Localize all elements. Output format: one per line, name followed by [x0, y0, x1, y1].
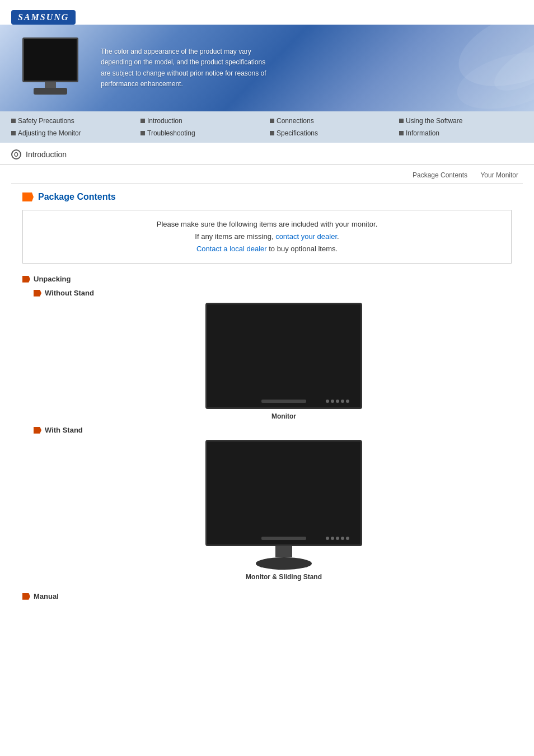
package-contents-icon [22, 192, 34, 201]
nav-bullet-info [399, 131, 404, 135]
nav-label-conn: Connections [277, 117, 314, 125]
nav-bullet-intro [140, 119, 145, 123]
info-line4: to buy optional items. [267, 245, 338, 253]
hero-banner: The color and appearance of the product … [0, 25, 534, 111]
nav-bullet-trouble [140, 131, 145, 135]
nav-item-adjusting[interactable]: Adjusting the Monitor [11, 128, 135, 138]
nav-item-info[interactable]: Information [399, 128, 523, 138]
without-stand-label: Without Stand [45, 289, 94, 297]
samsung-logo: SAMSUNG [11, 10, 76, 25]
monitor-stand-caption: Monitor & Sliding Stand [246, 573, 322, 581]
unpacking-label: Unpacking [34, 275, 71, 283]
info-line2: If any items are missing, [195, 232, 273, 241]
monitor-caption: Monitor [271, 412, 296, 420]
nav-bullet-soft [399, 119, 404, 123]
tab-navigation: Package Contents Your Monitor [0, 165, 534, 184]
hero-monitor-image [17, 37, 84, 99]
nav-item-specs[interactable]: Specifications [270, 128, 394, 138]
hero-monitor-base [34, 88, 67, 95]
nav-item-safety[interactable]: Safety Precautions [11, 116, 135, 126]
monitor-ws-btn-2 [331, 537, 334, 540]
monitor-btn-2 [331, 400, 334, 403]
nav-item-troubleshoot[interactable]: Troubleshooting [140, 128, 264, 138]
tab-divider [473, 170, 475, 181]
tab-your-monitor[interactable]: Your Monitor [476, 170, 523, 181]
monitor-ws-btn-5 [346, 537, 349, 540]
nav-bullet-specs [270, 131, 274, 135]
info-line1: Please make sure the following items are… [157, 220, 378, 228]
manual-label: Manual [34, 592, 59, 600]
section-divider [11, 184, 523, 184]
monitor-ws-btn-1 [326, 537, 329, 540]
monitor-btn-4 [341, 400, 344, 403]
without-stand-heading: Without Stand [34, 289, 512, 297]
monitor-without-stand-image [205, 303, 362, 409]
package-contents-heading: Package Contents [22, 192, 512, 202]
with-stand-label: With Stand [45, 426, 83, 434]
hero-monitor-neck [45, 82, 56, 88]
nav-label-safety: Safety Precautions [18, 117, 74, 125]
monitor-btn-5 [346, 400, 349, 403]
manual-icon [22, 593, 30, 600]
nav-item-software[interactable]: Using the Software [399, 116, 523, 126]
unpacking-heading: Unpacking [22, 275, 512, 283]
monitor-with-stand-image [205, 440, 362, 570]
header: SAMSUNG [0, 0, 534, 25]
nav-item-connections[interactable]: Connections [270, 116, 394, 126]
nav-bullet-adj [11, 131, 16, 135]
nav-label-intro: Introduction [147, 117, 182, 125]
tab-package-contents[interactable]: Package Contents [408, 170, 472, 181]
nav-label-info: Information [406, 129, 439, 137]
monitor-with-stand-container: Monitor & Sliding Stand [56, 440, 512, 581]
monitor-btn-3 [336, 400, 339, 403]
nav-bullet-conn [270, 119, 274, 123]
with-stand-icon [34, 427, 41, 434]
info-box: Please make sure the following items are… [22, 210, 512, 264]
hero-description: The color and appearance of the product … [101, 46, 269, 90]
monitor-ws-btn-4 [341, 537, 344, 540]
monitor-btn-1 [326, 400, 329, 403]
nav-label-trouble: Troubleshooting [147, 129, 195, 137]
main-content: Package Contents Please make sure the fo… [0, 186, 534, 616]
section-header: O Introduction [0, 143, 534, 165]
hero-monitor-screen [22, 37, 78, 82]
section-circle-icon: O [11, 149, 21, 159]
unpacking-icon [22, 276, 30, 283]
nav-label-specs: Specifications [277, 129, 318, 137]
manual-heading: Manual [22, 592, 512, 600]
monitor-with-stand-buttons [326, 537, 349, 540]
without-stand-icon [34, 290, 41, 297]
stand-base [256, 557, 312, 570]
stand-neck [275, 546, 292, 557]
monitor-screen-with-stand [205, 440, 362, 546]
monitor-without-stand-container: Monitor [56, 303, 512, 420]
nav-menu: Safety Precautions Introduction Connecti… [0, 111, 534, 143]
section-title: Introduction [26, 150, 67, 159]
info-line3: . [337, 232, 339, 241]
nav-item-introduction[interactable]: Introduction [140, 116, 264, 126]
with-stand-heading: With Stand [34, 426, 512, 434]
package-contents-title: Package Contents [38, 192, 116, 202]
monitor-ws-btn-3 [336, 537, 339, 540]
nav-label-soft: Using the Software [406, 117, 462, 125]
hero-swirl-decoration [366, 25, 534, 111]
contact-local-dealer-link[interactable]: Contact a local dealer [196, 245, 267, 253]
nav-label-adj: Adjusting the Monitor [18, 129, 81, 137]
monitor-buttons [326, 400, 349, 403]
nav-bullet-safety [11, 119, 16, 123]
contact-dealer-link[interactable]: contact your dealer [275, 232, 337, 241]
